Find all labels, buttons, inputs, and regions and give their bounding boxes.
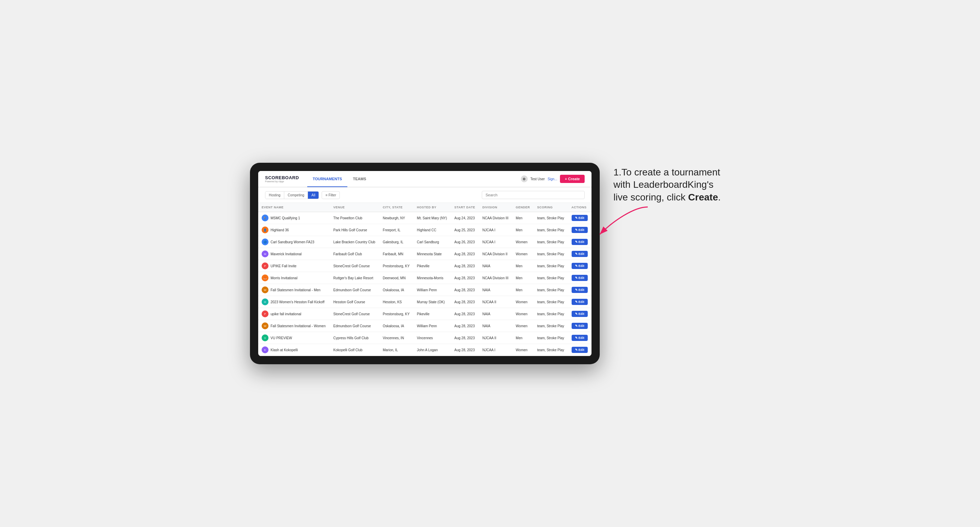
create-button[interactable]: + Create [560,175,585,183]
nav-tab-tournaments[interactable]: TOURNAMENTS [307,171,347,187]
filter-dropdown-btn[interactable]: ≡ Filter [321,191,340,199]
cell-city-state: Oskaloosa, IA [379,320,414,332]
cell-start-date: Aug 28, 2023 [451,296,479,308]
cell-venue: Faribault Golf Club [330,248,379,260]
cell-actions: ✎ Edit [568,272,592,284]
events-table: EVENT NAME VENUE CITY, STATE HOSTED BY S… [258,203,592,356]
edit-button[interactable]: ✎ Edit [572,251,588,257]
hosting-filter-btn[interactable]: Hosting [266,192,284,199]
cell-city-state: Freeport, IL [379,224,414,236]
edit-button[interactable]: ✎ Edit [572,311,588,317]
col-event-name: EVENT NAME [258,203,330,212]
competing-filter-btn[interactable]: Competing [284,192,307,199]
logo-sub: Powered by clippr [265,180,299,183]
cell-scoring: team, Stroke Play [533,308,568,320]
cell-gender: Women [512,236,533,248]
edit-button[interactable]: ✎ Edit [572,215,588,221]
edit-button[interactable]: ✎ Edit [572,347,588,353]
edit-button[interactable]: ✎ Edit [572,323,588,329]
cell-start-date: Aug 25, 2023 [451,224,479,236]
cell-actions: ✎ Edit [568,248,592,260]
cell-hosted-by: Mt. Saint Mary (NY) [414,212,451,224]
col-hosted-by: HOSTED BY [414,203,451,212]
cell-start-date: Aug 28, 2023 [451,248,479,260]
sign-link[interactable]: Sign... [547,177,557,181]
edit-button[interactable]: ✎ Edit [572,287,588,293]
all-filter-btn[interactable]: All [308,192,318,199]
cell-city-state: Prestonsburg, KY [379,308,414,320]
cell-hosted-by: John A Logan [414,344,451,356]
cell-venue: Park Hills Golf Course [330,224,379,236]
cell-hosted-by: Vincennes [414,332,451,344]
cell-division: NAIA [479,320,512,332]
cell-city-state: Oskaloosa, IA [379,284,414,296]
cell-gender: Men [512,212,533,224]
table-row: P upike fall invitational StoneCrest Gol… [258,308,592,320]
edit-button[interactable]: ✎ Edit [572,227,588,233]
page-wrapper: SCOREBOARD Powered by clippr TOURNAMENTS… [250,163,730,364]
cell-event-name: W Fall Statesmen Invitational - Women [258,320,330,332]
cell-event-name: V VU PREVIEW [258,332,330,344]
arrow-svg [593,203,655,238]
table-row: 🦊 Morris Invitational Ruttger's Bay Lake… [258,272,592,284]
cell-scoring: team, Stroke Play [533,332,568,344]
cell-event-name: M Maverick Invitational [258,248,330,260]
gear-icon[interactable]: ⚙ [521,175,528,182]
table-row: 👤 Highland 36 Park Hills Golf Course Fre… [258,224,592,236]
cell-venue: StoneCrest Golf Course [330,308,379,320]
cell-venue: Edmundson Golf Course [330,320,379,332]
table-row: 🏌 MSMC Qualifying 1 The Powelton Club Ne… [258,212,592,224]
table-header: EVENT NAME VENUE CITY, STATE HOSTED BY S… [258,203,592,212]
table-row: K Klash at Kokopelli Kokopelli Golf Club… [258,344,592,356]
cell-venue: Ruttger's Bay Lake Resort [330,272,379,284]
edit-button[interactable]: ✎ Edit [572,239,588,245]
cell-scoring: team, Stroke Play [533,272,568,284]
cell-hosted-by: Carl Sandburg [414,236,451,248]
annotation-text: 1.To create a tournament with Leaderboar… [613,166,730,203]
cell-start-date: Aug 28, 2023 [451,284,479,296]
col-scoring: SCORING [533,203,568,212]
cell-actions: ✎ Edit [568,284,592,296]
cell-city-state: Faribault, MN [379,248,414,260]
cell-gender: Men [512,272,533,284]
table-row: M Maverick Invitational Faribault Golf C… [258,248,592,260]
col-start-date: START DATE [451,203,479,212]
table-row: 🔵 Carl Sandburg Women FA23 Lake Bracken … [258,236,592,248]
cell-scoring: team, Stroke Play [533,248,568,260]
app-header: SCOREBOARD Powered by clippr TOURNAMENTS… [258,171,592,187]
filter-btn-group: Hosting Competing All [265,191,319,199]
cell-start-date: Aug 28, 2023 [451,332,479,344]
cell-division: NCAA Division II [479,248,512,260]
nav-tab-teams[interactable]: TEAMS [347,171,372,187]
cell-division: NJCAA II [479,332,512,344]
edit-button[interactable]: ✎ Edit [572,299,588,305]
cell-actions: ✎ Edit [568,320,592,332]
cell-gender: Women [512,296,533,308]
cell-event-name: K Klash at Kokopelli [258,344,330,356]
cell-actions: ✎ Edit [568,332,592,344]
cell-event-name: P upike fall invitational [258,308,330,320]
search-input[interactable] [482,191,585,199]
cell-start-date: Aug 28, 2023 [451,272,479,284]
edit-button[interactable]: ✎ Edit [572,263,588,269]
cell-actions: ✎ Edit [568,260,592,272]
cell-city-state: Galesburg, IL [379,236,414,248]
cell-division: NCAA Division III [479,272,512,284]
cell-city-state: Vincennes, IN [379,332,414,344]
cell-event-name: 🏌 MSMC Qualifying 1 [258,212,330,224]
cell-division: NAIA [479,260,512,272]
col-division: DIVISION [479,203,512,212]
edit-button[interactable]: ✎ Edit [572,335,588,341]
cell-actions: ✎ Edit [568,308,592,320]
cell-start-date: Aug 28, 2023 [451,260,479,272]
cell-event-name: P UPIKE Fall Invite [258,260,330,272]
cell-scoring: team, Stroke Play [533,296,568,308]
cell-hosted-by: William Penn [414,284,451,296]
cell-city-state: Prestonsburg, KY [379,260,414,272]
cell-hosted-by: Minnesota State [414,248,451,260]
logo-text: SCOREBOARD [265,175,299,180]
edit-button[interactable]: ✎ Edit [572,275,588,281]
tablet-device: SCOREBOARD Powered by clippr TOURNAMENTS… [250,163,600,364]
cell-gender: Women [512,248,533,260]
nav-tabs: TOURNAMENTS TEAMS [307,171,372,187]
